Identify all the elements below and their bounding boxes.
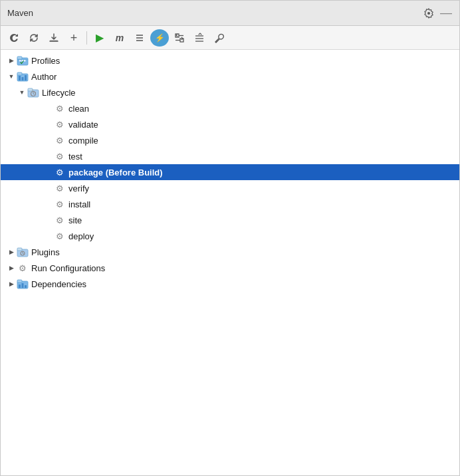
title-bar: Maven — bbox=[1, 1, 459, 26]
svg-rect-30 bbox=[22, 283, 24, 288]
tree-item-compile[interactable]: ⚙ compile bbox=[1, 132, 459, 148]
compile-label: compile bbox=[68, 136, 98, 146]
tree-item-validate[interactable]: ⚙ validate bbox=[1, 116, 459, 132]
profiles-label: Profiles bbox=[31, 56, 60, 66]
add-button[interactable]: + bbox=[64, 29, 83, 47]
validate-label: validate bbox=[68, 120, 98, 130]
svg-rect-25 bbox=[17, 248, 22, 251]
compile-gear-icon: ⚙ bbox=[54, 134, 66, 146]
deploy-gear-icon: ⚙ bbox=[54, 230, 66, 242]
tree-item-site[interactable]: ⚙ site bbox=[1, 212, 459, 228]
svg-rect-0 bbox=[50, 40, 58, 42]
package-gear-icon: ⚙ bbox=[54, 166, 66, 178]
dependencies-icon bbox=[17, 278, 29, 290]
toolbar: + ▶ m ⚡ bbox=[1, 26, 459, 50]
lightning-button[interactable]: ⚡ bbox=[150, 29, 169, 47]
wrench-button[interactable] bbox=[210, 29, 229, 47]
tree-item-deploy[interactable]: ⚙ deploy bbox=[1, 228, 459, 244]
arrow-lifecycle bbox=[17, 87, 27, 98]
run-configurations-icon: ⚙ bbox=[17, 262, 29, 274]
deploy-label: deploy bbox=[68, 231, 94, 241]
install-gear-icon: ⚙ bbox=[54, 198, 66, 210]
maven-button[interactable]: m bbox=[110, 29, 129, 47]
svg-rect-18 bbox=[19, 76, 21, 80]
plugins-label: Plugins bbox=[31, 247, 60, 257]
test-label: test bbox=[68, 152, 82, 162]
tree-item-plugins[interactable]: Plugins bbox=[1, 244, 459, 260]
verify-gear-icon: ⚙ bbox=[54, 182, 66, 194]
arrow-run-configurations bbox=[6, 263, 17, 273]
tree-item-install[interactable]: ⚙ install bbox=[1, 196, 459, 212]
collapse-button[interactable] bbox=[190, 29, 209, 47]
clean-label: clean bbox=[68, 104, 89, 114]
svg-rect-15 bbox=[24, 60, 26, 62]
svg-rect-19 bbox=[22, 77, 24, 80]
package-label: package (Before Build) bbox=[68, 168, 163, 178]
tree-item-run-configurations[interactable]: ⚙ Run Configurations bbox=[1, 260, 459, 276]
refresh-alt-button[interactable] bbox=[25, 29, 43, 47]
title-actions: — bbox=[422, 7, 453, 20]
tree-item-test[interactable]: ⚙ test bbox=[1, 148, 459, 164]
tree-view: Profiles Author bbox=[1, 50, 459, 475]
tree-item-package[interactable]: ⚙ package (Before Build) bbox=[1, 164, 459, 180]
dependencies-label: Dependencies bbox=[31, 279, 86, 289]
lifecycle-icon bbox=[27, 86, 39, 98]
minimize-icon[interactable]: — bbox=[439, 7, 453, 20]
svg-rect-12 bbox=[17, 57, 22, 59]
svg-rect-28 bbox=[17, 280, 22, 283]
refresh-button[interactable] bbox=[5, 29, 23, 47]
install-label: install bbox=[68, 199, 90, 209]
expand-button[interactable] bbox=[170, 29, 189, 47]
run-configurations-label: Run Configurations bbox=[31, 263, 105, 273]
site-gear-icon: ⚙ bbox=[54, 214, 66, 226]
run-button[interactable]: ▶ bbox=[90, 29, 109, 47]
validate-gear-icon: ⚙ bbox=[54, 118, 66, 130]
maven-panel: Maven — bbox=[0, 0, 460, 476]
plugins-icon bbox=[17, 246, 29, 258]
author-label: Author bbox=[31, 72, 57, 82]
test-gear-icon: ⚙ bbox=[54, 150, 66, 162]
svg-rect-20 bbox=[25, 75, 27, 80]
separator-1 bbox=[86, 31, 87, 45]
panel-title: Maven bbox=[7, 8, 33, 18]
download-button[interactable] bbox=[45, 29, 63, 47]
svg-rect-13 bbox=[19, 60, 21, 62]
author-icon bbox=[17, 70, 29, 82]
clean-gear-icon: ⚙ bbox=[54, 102, 66, 114]
arrow-author bbox=[6, 71, 17, 82]
arrow-plugins bbox=[6, 247, 17, 257]
tree-item-author[interactable]: Author bbox=[1, 68, 459, 84]
verify-label: verify bbox=[68, 183, 89, 193]
tree-item-dependencies[interactable]: Dependencies bbox=[1, 276, 459, 292]
toggle-button[interactable] bbox=[130, 29, 149, 47]
tree-item-clean[interactable]: ⚙ clean bbox=[1, 100, 459, 116]
svg-rect-17 bbox=[17, 72, 22, 75]
arrow-profiles bbox=[6, 55, 17, 66]
settings-icon[interactable] bbox=[422, 7, 435, 20]
site-label: site bbox=[68, 215, 82, 225]
tree-item-profiles[interactable]: Profiles bbox=[1, 53, 459, 68]
lifecycle-label: Lifecycle bbox=[42, 88, 76, 98]
arrow-dependencies bbox=[6, 279, 17, 289]
tree-item-verify[interactable]: ⚙ verify bbox=[1, 180, 459, 196]
svg-rect-31 bbox=[25, 285, 27, 288]
tree-item-lifecycle[interactable]: Lifecycle bbox=[1, 84, 459, 100]
svg-rect-29 bbox=[19, 285, 21, 288]
profiles-icon bbox=[17, 55, 29, 66]
